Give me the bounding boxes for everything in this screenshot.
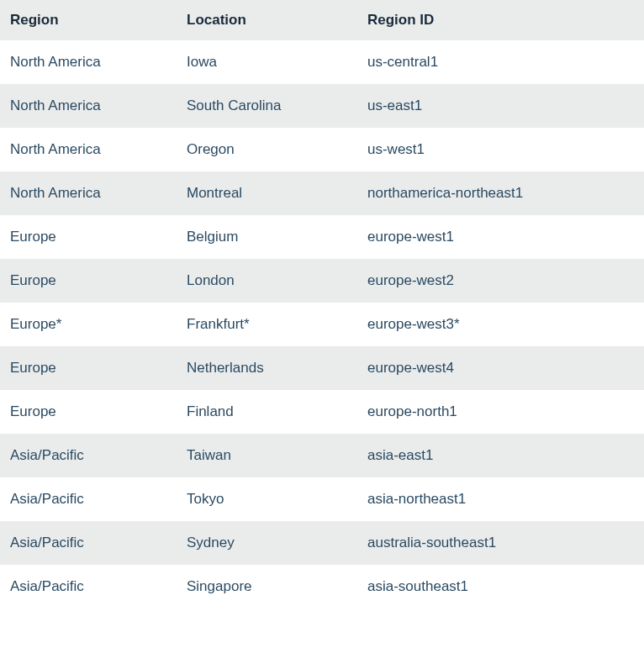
table-row: EuropeNetherlandseurope-west4 bbox=[0, 346, 644, 390]
cell-location: Iowa bbox=[177, 40, 357, 84]
table-row: EuropeLondoneurope-west2 bbox=[0, 259, 644, 303]
table-row: Asia/PacificTaiwanasia-east1 bbox=[0, 434, 644, 477]
cell-location: Singapore bbox=[177, 565, 357, 608]
cell-region: North America bbox=[0, 128, 177, 171]
table-row: EuropeFinlandeurope-north1 bbox=[0, 390, 644, 434]
cell-region: Europe bbox=[0, 346, 177, 390]
cell-location: Tokyo bbox=[177, 477, 357, 521]
table-row: Asia/PacificSingaporeasia-southeast1 bbox=[0, 565, 644, 608]
cell-regionid: europe-west3* bbox=[357, 303, 644, 346]
cell-location: Montreal bbox=[177, 171, 357, 215]
cell-regionid: asia-southeast1 bbox=[357, 565, 644, 608]
cell-region: Europe bbox=[0, 259, 177, 303]
table-row: Asia/PacificTokyoasia-northeast1 bbox=[0, 477, 644, 521]
cell-regionid: europe-west2 bbox=[357, 259, 644, 303]
cell-region: Europe bbox=[0, 390, 177, 434]
cell-regionid: northamerica-northeast1 bbox=[357, 171, 644, 215]
cell-regionid: asia-northeast1 bbox=[357, 477, 644, 521]
cell-region: Asia/Pacific bbox=[0, 565, 177, 608]
cell-regionid: europe-north1 bbox=[357, 390, 644, 434]
cell-region: Asia/Pacific bbox=[0, 434, 177, 477]
table-row: North AmericaIowaus-central1 bbox=[0, 40, 644, 84]
header-regionid: Region ID bbox=[357, 0, 644, 40]
cell-location: Belgium bbox=[177, 215, 357, 259]
table-body: North AmericaIowaus-central1North Americ… bbox=[0, 40, 644, 608]
cell-regionid: us-central1 bbox=[357, 40, 644, 84]
cell-region: North America bbox=[0, 40, 177, 84]
cell-region: North America bbox=[0, 84, 177, 128]
header-region: Region bbox=[0, 0, 177, 40]
cell-location: Frankfurt* bbox=[177, 303, 357, 346]
table-header-row: Region Location Region ID bbox=[0, 0, 644, 40]
cell-location: Oregon bbox=[177, 128, 357, 171]
cell-location: South Carolina bbox=[177, 84, 357, 128]
table-row: Asia/PacificSydneyaustralia-southeast1 bbox=[0, 521, 644, 565]
cell-region: Europe bbox=[0, 215, 177, 259]
cell-location: London bbox=[177, 259, 357, 303]
cell-location: Sydney bbox=[177, 521, 357, 565]
table-row: EuropeBelgiumeurope-west1 bbox=[0, 215, 644, 259]
table-row: North AmericaSouth Carolinaus-east1 bbox=[0, 84, 644, 128]
cell-location: Netherlands bbox=[177, 346, 357, 390]
regions-table: Region Location Region ID North AmericaI… bbox=[0, 0, 644, 608]
cell-regionid: australia-southeast1 bbox=[357, 521, 644, 565]
cell-region: North America bbox=[0, 171, 177, 215]
cell-regionid: us-west1 bbox=[357, 128, 644, 171]
cell-location: Taiwan bbox=[177, 434, 357, 477]
cell-location: Finland bbox=[177, 390, 357, 434]
cell-regionid: europe-west1 bbox=[357, 215, 644, 259]
cell-regionid: us-east1 bbox=[357, 84, 644, 128]
cell-regionid: asia-east1 bbox=[357, 434, 644, 477]
cell-region: Europe* bbox=[0, 303, 177, 346]
table-row: Europe*Frankfurt*europe-west3* bbox=[0, 303, 644, 346]
header-location: Location bbox=[177, 0, 357, 40]
table-row: North AmericaMontrealnorthamerica-northe… bbox=[0, 171, 644, 215]
cell-region: Asia/Pacific bbox=[0, 521, 177, 565]
cell-region: Asia/Pacific bbox=[0, 477, 177, 521]
cell-regionid: europe-west4 bbox=[357, 346, 644, 390]
table-row: North AmericaOregonus-west1 bbox=[0, 128, 644, 171]
